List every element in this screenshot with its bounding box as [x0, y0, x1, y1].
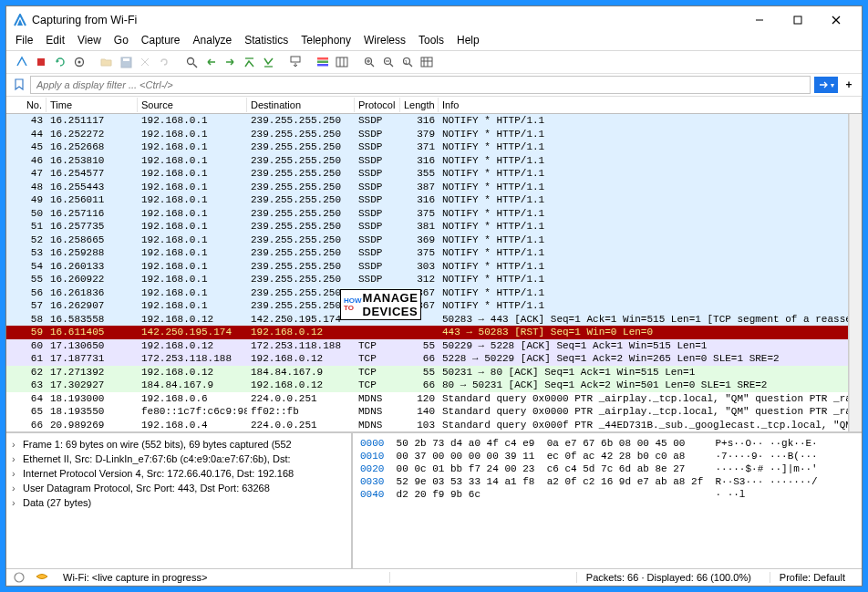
menu-go[interactable]: Go	[114, 34, 129, 47]
go-back-button[interactable]	[202, 54, 219, 70]
tree-item[interactable]: ›Ethernet II, Src: D-LinkIn_e7:67:6b (c4…	[12, 452, 346, 466]
go-forward-button[interactable]	[222, 54, 238, 70]
hex-line[interactable]: 0030 52 9e 03 53 33 14 a1 f8 a2 0f c2 16…	[360, 475, 854, 488]
detail-panes: ›Frame 1: 69 bytes on wire (552 bits), 6…	[6, 431, 862, 568]
resize-columns-button[interactable]	[334, 54, 350, 70]
stop-capture-button[interactable]	[33, 54, 49, 70]
status-profile[interactable]: Profile: Default	[770, 572, 854, 583]
svg-line-27	[390, 64, 393, 67]
menu-file[interactable]: File	[16, 34, 33, 47]
packet-row[interactable]: 6620.989269192.168.0.4224.0.0.251MDNS103…	[6, 419, 848, 432]
packet-row[interactable]: 6017.130650192.168.0.12172.253.118.188TC…	[6, 339, 848, 353]
header-info[interactable]: Info	[439, 98, 862, 112]
maximize-button[interactable]	[785, 11, 811, 29]
svg-rect-32	[421, 57, 432, 67]
packet-row[interactable]: 4516.252668192.168.0.1239.255.255.250SSD…	[6, 140, 848, 154]
minimize-button[interactable]	[747, 11, 772, 29]
packet-row[interactable]: 6317.302927184.84.167.9192.168.0.12TCP66…	[6, 379, 848, 392]
menu-statistics[interactable]: Statistics	[244, 34, 288, 47]
hex-line[interactable]: 0020 00 0c 01 bb f7 24 00 23 c6 c4 5d 7c…	[360, 462, 854, 475]
bookmark-icon[interactable]	[12, 78, 26, 91]
svg-rect-15	[291, 57, 300, 62]
packet-list-container: 4316.251117192.168.0.1239.255.255.250SSD…	[6, 114, 862, 431]
packet-list-scrollbar[interactable]	[849, 114, 862, 431]
packet-row[interactable]: 5516.260922192.168.0.1239.255.255.250SSD…	[6, 273, 848, 286]
tree-item[interactable]: ›Data (27 bytes)	[12, 495, 346, 510]
header-protocol[interactable]: Protocol	[355, 98, 400, 112]
header-destination[interactable]: Destination	[247, 98, 355, 112]
menu-capture[interactable]: Capture	[141, 34, 181, 47]
svg-line-23	[371, 64, 374, 67]
close-button[interactable]	[823, 11, 849, 29]
svg-rect-8	[123, 58, 129, 61]
packet-row[interactable]: 4916.256011192.168.0.1239.255.255.250SSD…	[6, 193, 848, 207]
tree-item[interactable]: ›Internet Protocol Version 4, Src: 172.6…	[12, 466, 346, 481]
filter-bar: ▾ +	[6, 74, 862, 97]
save-file-button[interactable]	[118, 54, 134, 70]
menu-view[interactable]: View	[78, 34, 101, 47]
packet-row[interactable]: 5016.257116192.168.0.1239.255.255.250SSD…	[6, 207, 848, 221]
header-length[interactable]: Length	[400, 98, 439, 112]
menu-telephony[interactable]: Telephony	[301, 34, 351, 47]
zoom-in-button[interactable]	[361, 54, 377, 70]
reload-button[interactable]	[156, 54, 172, 70]
hex-line[interactable]: 0040 d2 20 f9 9b 6c · ··l	[360, 488, 854, 501]
menu-wireless[interactable]: Wireless	[364, 34, 406, 47]
header-no[interactable]: No.	[6, 98, 46, 112]
packet-row[interactable]: 4816.255443192.168.0.1239.255.255.250SSD…	[6, 181, 848, 194]
hex-line[interactable]: 0010 00 37 00 00 00 00 39 11 ec 0f ac 42…	[360, 450, 854, 462]
packet-row[interactable]: 6418.193000192.168.0.6224.0.0.251MDNS120…	[6, 392, 848, 406]
packet-row[interactable]: 5716.262907192.168.0.1239.255.255.250SSD…	[6, 299, 848, 313]
main-toolbar: 1	[6, 51, 862, 74]
packet-row[interactable]: 5416.260133192.168.0.1239.255.255.250SSD…	[6, 260, 848, 274]
packet-details-tree[interactable]: ›Frame 1: 69 bytes on wire (552 bits), 6…	[6, 433, 353, 568]
packet-bytes-hex[interactable]: 0000 50 2b 73 d4 a0 4f c4 e9 0a e7 67 6b…	[353, 433, 862, 568]
menu-tools[interactable]: Tools	[418, 34, 444, 47]
packet-row[interactable]: 6117.187731172.253.118.188192.168.0.12TC…	[6, 352, 848, 366]
header-source[interactable]: Source	[138, 98, 247, 112]
status-stop-icon[interactable]	[14, 572, 26, 583]
resize-all-button[interactable]	[418, 54, 435, 70]
packet-row[interactable]: 5816.583558192.168.0.12142.250.195.17450…	[6, 313, 848, 327]
tree-item[interactable]: ›Frame 1: 69 bytes on wire (552 bits), 6…	[12, 437, 346, 452]
display-filter-input[interactable]	[30, 76, 811, 94]
menu-edit[interactable]: Edit	[46, 34, 65, 47]
packet-row[interactable]: 5216.258665192.168.0.1239.255.255.250SSD…	[6, 234, 848, 247]
hex-line[interactable]: 0000 50 2b 73 d4 a0 4f c4 e9 0a e7 67 6b…	[360, 437, 854, 450]
packet-row[interactable]: 4616.253810192.168.0.1239.255.255.250SSD…	[6, 154, 848, 168]
zoom-out-button[interactable]	[380, 54, 397, 70]
header-time[interactable]: Time	[46, 98, 138, 112]
packet-row[interactable]: 5116.257735192.168.0.1239.255.255.250SSD…	[6, 220, 848, 234]
packet-row[interactable]: 4316.251117192.168.0.1239.255.255.250SSD…	[6, 114, 848, 128]
main-window: Capturing from Wi-Fi FileEditViewGoCaptu…	[5, 5, 863, 587]
menu-help[interactable]: Help	[457, 34, 480, 47]
packet-row[interactable]: 5916.611405142.250.195.174192.168.0.1244…	[6, 326, 848, 339]
find-button[interactable]	[183, 54, 200, 70]
menu-analyze[interactable]: Analyze	[193, 34, 232, 47]
interface-list-button[interactable]	[14, 54, 30, 70]
zoom-reset-button[interactable]: 1	[399, 54, 416, 70]
packet-row[interactable]: 6217.271392192.168.0.12184.84.167.9TCP55…	[6, 366, 848, 379]
go-to-first-button[interactable]	[260, 54, 276, 70]
packet-row[interactable]: 5616.261836192.168.0.1239.255.255.250SSD…	[6, 286, 848, 300]
capture-options-button[interactable]	[71, 54, 88, 70]
status-capture-info: Wi-Fi: <live capture in progress>	[57, 572, 390, 583]
status-expert-icon[interactable]	[36, 572, 48, 583]
packet-row[interactable]: 4716.254577192.168.0.1239.255.255.250SSD…	[6, 167, 848, 181]
colorize-button[interactable]	[315, 54, 331, 70]
packet-list[interactable]: 4316.251117192.168.0.1239.255.255.250SSD…	[6, 114, 849, 431]
filter-add-button[interactable]: +	[842, 77, 856, 93]
window-controls	[747, 11, 854, 29]
packet-list-header[interactable]: No. Time Source Destination Protocol Len…	[6, 97, 862, 114]
open-file-button[interactable]	[98, 54, 115, 70]
restart-capture-button[interactable]	[52, 54, 68, 70]
packet-row[interactable]: 5316.259288192.168.0.1239.255.255.250SSD…	[6, 246, 848, 260]
close-file-button[interactable]	[137, 54, 153, 70]
tree-item[interactable]: ›User Datagram Protocol, Src Port: 443, …	[12, 481, 346, 495]
svg-text:1: 1	[404, 58, 408, 64]
packet-row[interactable]: 4416.252272192.168.0.1239.255.255.250SSD…	[6, 128, 848, 141]
filter-apply-button[interactable]: ▾	[814, 77, 838, 93]
packet-row[interactable]: 6518.193550fe80::1c7f:c6c9:986…ff02::fbM…	[6, 405, 848, 419]
go-to-packet-button[interactable]	[241, 54, 257, 70]
auto-scroll-button[interactable]	[287, 54, 304, 70]
